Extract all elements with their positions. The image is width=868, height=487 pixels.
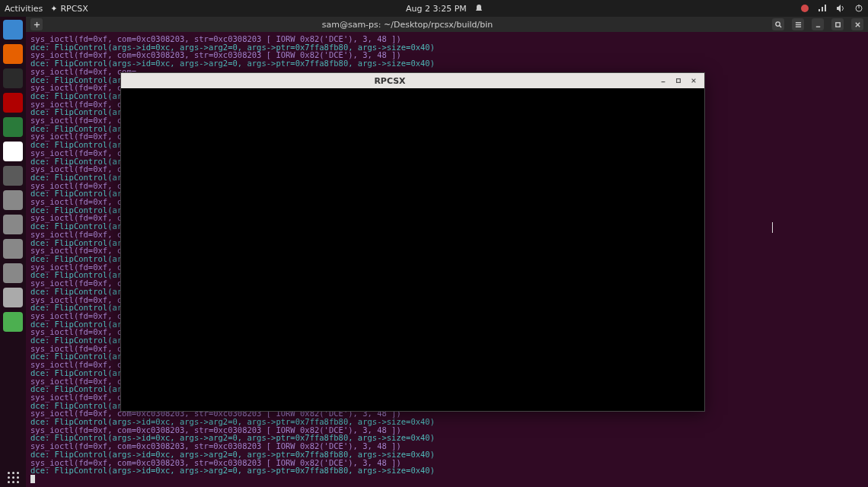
show-applications[interactable] <box>3 467 23 487</box>
close-button[interactable] <box>851 18 863 30</box>
rpcsx-window-title: RPCSX <box>126 76 654 86</box>
power-icon[interactable] <box>854 4 863 13</box>
rpcsx-indicator-icon: ✦ <box>50 4 57 14</box>
new-tab-button[interactable] <box>30 18 43 30</box>
rpcsx-viewport[interactable] <box>121 88 704 411</box>
activities-button[interactable]: Activities <box>5 4 43 14</box>
browser-launcher[interactable] <box>3 117 23 137</box>
maximize-button[interactable] <box>831 18 844 30</box>
trash-launcher[interactable] <box>3 312 23 332</box>
rpcsx-window: RPCSX <box>120 72 705 412</box>
terminal-launcher[interactable] <box>3 68 23 88</box>
terminal-title: sam@sam-ps: ~/Desktop/rpcsx/build/bin <box>322 20 493 30</box>
disk3-launcher[interactable] <box>3 239 23 259</box>
ssd-launcher[interactable] <box>3 288 23 307</box>
disk4-launcher[interactable] <box>3 263 23 283</box>
minimize-button[interactable] <box>812 18 824 30</box>
app-menu-label: RPCSX <box>60 4 88 14</box>
recording-indicator-icon[interactable] <box>801 5 809 12</box>
terminal-line: dce: FlipControl(args->id=0xc, args->arg… <box>30 450 863 459</box>
clock[interactable]: Aug 2 3:25 PM <box>406 4 467 14</box>
rpcsx-minimize-button[interactable] <box>657 75 669 87</box>
disk2-launcher[interactable] <box>3 215 23 234</box>
menu-button[interactable] <box>792 18 804 30</box>
dock <box>0 17 26 487</box>
firefox-launcher[interactable] <box>3 44 23 64</box>
rpcsx-close-button[interactable] <box>688 75 700 87</box>
settings-launcher[interactable] <box>3 166 23 186</box>
svg-rect-14 <box>677 79 681 83</box>
svg-rect-10 <box>835 22 839 26</box>
text-cursor-icon <box>772 222 773 233</box>
rpcsx-maximize-button[interactable] <box>672 75 685 87</box>
rpcsx-titlebar[interactable]: RPCSX <box>121 73 704 88</box>
terminal-titlebar: sam@sam-ps: ~/Desktop/rpcsx/build/bin <box>26 17 868 32</box>
filezilla-launcher[interactable] <box>3 93 23 113</box>
apps-grid-icon <box>8 472 19 483</box>
svg-line-5 <box>779 25 780 27</box>
disk-launcher[interactable] <box>3 190 23 210</box>
terminal-line: dce: FlipControl(args->id=0xc, args->arg… <box>30 59 863 68</box>
terminal-cursor <box>30 475 35 483</box>
notification-icon[interactable] <box>474 4 483 13</box>
text-editor-launcher[interactable] <box>3 142 23 161</box>
terminal-line: dce: FlipControl(args->id=0xc, args->arg… <box>30 466 863 475</box>
search-button[interactable] <box>772 18 784 30</box>
app-menu[interactable]: ✦ RPCSX <box>50 4 88 14</box>
svg-point-4 <box>775 21 779 25</box>
network-icon[interactable] <box>818 4 827 13</box>
files-launcher[interactable] <box>3 20 23 40</box>
top-panel: Activities ✦ RPCSX Aug 2 3:25 PM <box>0 0 868 17</box>
volume-icon[interactable] <box>836 4 845 13</box>
